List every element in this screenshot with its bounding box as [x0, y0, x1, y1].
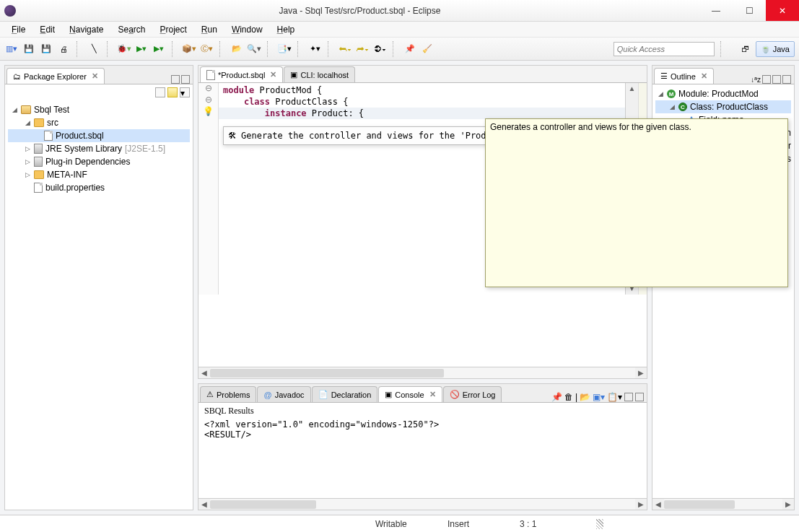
main-toolbar: ▥▾ 💾 💾 🖨 ╲ 🐞▾ ▶▾ ▶▾ 📦▾ Ⓒ▾ 📂 🔍▾ 📑▾ ✦▾ ⮪▾ …: [0, 38, 799, 61]
minimize-view-button[interactable]: [624, 393, 633, 401]
tree-build-props[interactable]: build.properties: [8, 181, 190, 194]
run-last-button[interactable]: ▶▾: [152, 42, 166, 56]
class-icon: C: [678, 103, 687, 111]
open-perspective-button[interactable]: 🗗: [736, 41, 754, 57]
new-package-button[interactable]: 📦▾: [182, 42, 196, 56]
view-menu-button[interactable]: ▾: [180, 87, 190, 97]
debug-button[interactable]: 🐞▾: [117, 42, 131, 56]
maximize-view-button[interactable]: [782, 75, 791, 84]
tree-file-product[interactable]: Product.sbql: [8, 129, 190, 142]
close-icon[interactable]: ✕: [429, 390, 436, 399]
editor-hscroll[interactable]: ◀▶: [198, 367, 647, 378]
console-output[interactable]: SBQL Results <?xml version="1.0" encodin…: [198, 403, 647, 498]
library-icon: [34, 157, 43, 167]
expand-icon[interactable]: ▷: [24, 145, 31, 152]
editor-tab-cli[interactable]: ▣ CLI: localhost: [284, 66, 355, 82]
expand-icon[interactable]: ▷: [24, 171, 31, 178]
expand-icon[interactable]: ▷: [24, 158, 31, 165]
tree-meta-inf[interactable]: ▷ META-INF: [8, 168, 190, 181]
maximize-view-button[interactable]: [635, 393, 644, 401]
tree-jre[interactable]: ▷ JRE System Library [J2SE-1.5]: [8, 142, 190, 155]
menu-file[interactable]: File: [4, 23, 32, 36]
sort-button[interactable]: ↓ªz: [751, 76, 761, 84]
close-icon[interactable]: ✕: [701, 71, 707, 81]
link-button[interactable]: [762, 75, 771, 84]
menu-help[interactable]: Help: [270, 23, 302, 36]
console-icon: ▣: [385, 390, 392, 399]
close-icon[interactable]: ✕: [92, 71, 98, 81]
run-button[interactable]: ▶▾: [134, 42, 149, 56]
link-editor-button[interactable]: [167, 87, 178, 97]
expand-icon[interactable]: ◢: [24, 119, 31, 126]
new-class-button[interactable]: Ⓒ▾: [199, 42, 214, 56]
menu-project[interactable]: Project: [152, 23, 193, 36]
search-button[interactable]: 🔍▾: [247, 42, 261, 56]
package-explorer-icon: 🗂: [13, 72, 21, 81]
file-icon: [206, 70, 215, 80]
java-perspective-button[interactable]: 🍵 Java: [756, 41, 795, 57]
package-explorer-tree[interactable]: ◢ Sbql Test ◢ src Product.sbql ▷ JRE Sys…: [5, 100, 193, 510]
quick-access-input[interactable]: [614, 42, 715, 56]
tree-plugin-deps[interactable]: ▷ Plug-in Dependencies: [8, 155, 190, 168]
expand-icon[interactable]: ◢: [657, 90, 664, 97]
java-icon: 🍵: [761, 44, 771, 53]
menu-edit[interactable]: Edit: [32, 23, 62, 36]
menu-run[interactable]: Run: [194, 23, 224, 36]
tab-javadoc[interactable]: @Javadoc: [257, 386, 310, 402]
status-writable: Writable: [358, 519, 409, 529]
folder-icon: [34, 118, 44, 127]
quickfix-bulb-icon[interactable]: 💡: [203, 106, 214, 118]
console-hscroll[interactable]: ◀▶: [198, 498, 647, 510]
tab-problems[interactable]: ⚠Problems: [200, 386, 256, 402]
expand-icon[interactable]: ◢: [11, 106, 18, 113]
status-bar: Writable Insert 3 : 1: [0, 515, 799, 532]
maximize-button[interactable]: ☐: [733, 0, 766, 21]
menu-search[interactable]: Search: [110, 23, 152, 36]
menu-window[interactable]: Window: [224, 23, 270, 36]
pin-console-button[interactable]: 📌: [551, 392, 562, 402]
editor-ruler[interactable]: ⊖ ⊖ 💡: [198, 83, 219, 295]
close-button[interactable]: ✕: [766, 0, 799, 21]
save-all-button[interactable]: 💾: [39, 42, 53, 56]
save-button[interactable]: 💾: [22, 42, 36, 56]
package-explorer-tab[interactable]: 🗂 Package Explorer ✕: [6, 68, 105, 84]
eclipse-icon: [4, 5, 16, 17]
open-type-button[interactable]: 📂: [230, 42, 244, 56]
status-grip: [596, 519, 603, 529]
expand-icon[interactable]: ◢: [668, 103, 676, 110]
minimize-view-button[interactable]: [772, 75, 781, 84]
outline-icon: ☰: [660, 71, 668, 81]
outline-class[interactable]: ◢ C Class: ProductClass: [655, 100, 791, 113]
minimize-view-button[interactable]: [171, 75, 180, 84]
collapse-all-button[interactable]: [155, 87, 165, 97]
tab-console[interactable]: ▣Console✕: [378, 386, 442, 402]
new-button[interactable]: ▥▾: [4, 42, 19, 56]
editor-tab-product[interactable]: *Product.sbql ✕: [200, 66, 283, 82]
declaration-icon: 📄: [318, 390, 328, 399]
new-console-button[interactable]: 📋▾: [607, 392, 622, 402]
tab-declaration[interactable]: 📄Declaration: [312, 386, 378, 402]
maximize-view-button[interactable]: [181, 75, 190, 84]
minimize-button[interactable]: —: [699, 0, 733, 21]
goto-button[interactable]: ⮊▾: [372, 42, 387, 56]
print-button[interactable]: 🖨: [56, 42, 71, 56]
open-console-button[interactable]: 📂: [580, 392, 590, 402]
forward-button[interactable]: ⮫▾: [355, 42, 370, 56]
outline-hscroll[interactable]: ◀▶: [652, 498, 794, 510]
nav-prev-button[interactable]: ✦▾: [307, 42, 322, 56]
outline-tab[interactable]: ☰ Outline ✕: [654, 68, 714, 84]
toggle-mark-button[interactable]: 📑▾: [277, 42, 292, 56]
terminal-icon: ▣: [290, 70, 297, 79]
menu-navigate[interactable]: Navigate: [62, 23, 110, 36]
clear-console-button[interactable]: 🗑: [564, 392, 573, 402]
errorlog-icon: 🚫: [450, 390, 460, 399]
pin-button[interactable]: 📌: [403, 42, 417, 56]
library-icon: [34, 144, 43, 154]
close-icon[interactable]: ✕: [270, 70, 276, 79]
display-console-button[interactable]: ▣▾: [593, 392, 605, 402]
broom-button[interactable]: 🧹: [420, 42, 435, 56]
back-button[interactable]: ⮪▾: [338, 42, 352, 56]
tab-errorlog[interactable]: 🚫Error Log: [443, 386, 502, 402]
wand-button[interactable]: ╲: [87, 42, 101, 56]
title-bar: Java - Sbql Test/src/Product.sbql - Ecli…: [0, 0, 799, 22]
